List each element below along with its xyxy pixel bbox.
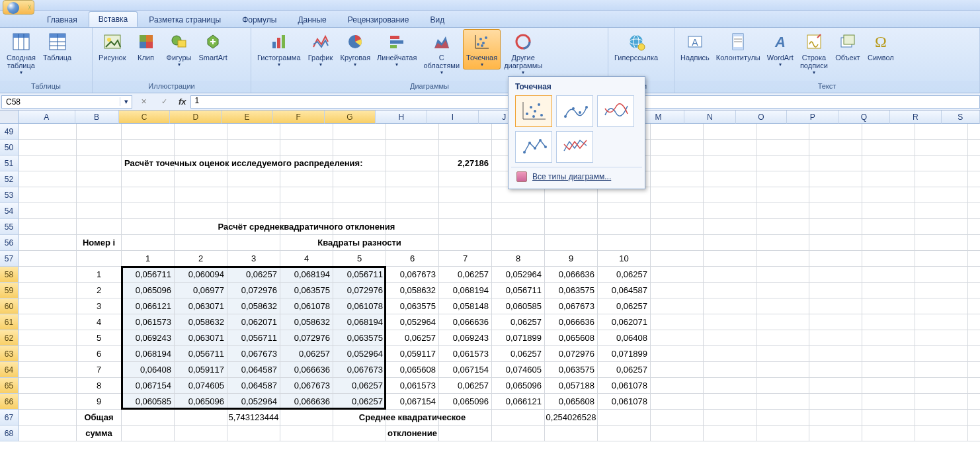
cell[interactable] <box>122 187 175 203</box>
cell[interactable] <box>19 378 77 394</box>
cell[interactable] <box>280 426 333 441</box>
cell[interactable]: 3 <box>227 251 280 267</box>
cell[interactable] <box>862 219 915 235</box>
cell[interactable] <box>862 251 915 267</box>
picture-button[interactable]: Рисунок <box>95 29 130 64</box>
cell[interactable] <box>227 140 280 156</box>
cell[interactable] <box>862 267 915 283</box>
cell[interactable] <box>598 235 651 251</box>
cell[interactable] <box>704 171 756 187</box>
cell[interactable] <box>77 171 122 187</box>
worksheet-grid[interactable]: ABCDEFGHIJKLMNOPQRS 49505152535455565758… <box>0 111 980 454</box>
line-chart-button[interactable]: График <box>304 29 337 69</box>
cell[interactable]: 1 <box>77 267 122 283</box>
other-charts-button[interactable]: Другие диаграммы <box>501 29 546 77</box>
scatter-smooth-lines[interactable] <box>597 95 634 127</box>
cell[interactable]: 0,052964 <box>333 346 386 362</box>
cell[interactable] <box>175 410 227 426</box>
cell[interactable]: Общая <box>77 410 122 426</box>
cell[interactable] <box>227 171 280 187</box>
cell[interactable] <box>862 156 915 171</box>
cell[interactable]: 0,061078 <box>280 298 333 314</box>
cell[interactable] <box>704 203 756 219</box>
cell[interactable] <box>333 124 386 140</box>
column-header-O[interactable]: O <box>736 111 788 124</box>
row-header-52[interactable]: 52 <box>0 171 19 187</box>
row-header-61[interactable]: 61 <box>0 314 19 330</box>
cell[interactable]: 0,254026528 <box>545 410 598 426</box>
cell[interactable] <box>809 251 862 267</box>
tab-review[interactable]: Рецензирование <box>338 12 419 27</box>
cell[interactable] <box>386 203 439 219</box>
cell[interactable] <box>809 346 862 362</box>
cell[interactable] <box>809 362 862 378</box>
cell[interactable] <box>19 140 77 156</box>
cell[interactable]: 0,064587 <box>227 378 280 394</box>
smartart-button[interactable]: SmartArt <box>196 29 231 64</box>
cell[interactable] <box>386 156 439 171</box>
cell[interactable]: 0,06257 <box>280 346 333 362</box>
cell[interactable] <box>809 330 862 346</box>
cell[interactable] <box>19 330 77 346</box>
cell[interactable] <box>915 140 968 156</box>
cell[interactable] <box>968 410 980 426</box>
cell[interactable] <box>968 171 980 187</box>
cell[interactable] <box>175 124 227 140</box>
cell[interactable]: 0,067673 <box>280 378 333 394</box>
scatter-markers-only[interactable] <box>515 95 552 127</box>
cell[interactable] <box>439 219 492 235</box>
cell[interactable] <box>704 124 756 140</box>
row-header-66[interactable]: 66 <box>0 394 19 410</box>
row-header-63[interactable]: 63 <box>0 346 19 362</box>
cell[interactable] <box>386 124 439 140</box>
cell[interactable] <box>651 267 704 283</box>
cell[interactable]: 0,066636 <box>280 394 333 410</box>
cell[interactable] <box>756 330 809 346</box>
cell[interactable]: 0,066121 <box>122 298 175 314</box>
cell[interactable] <box>968 330 980 346</box>
cell[interactable] <box>756 203 809 219</box>
cell[interactable] <box>704 140 756 156</box>
cell[interactable] <box>809 394 862 410</box>
cell[interactable] <box>704 394 756 410</box>
row-header-55[interactable]: 55 <box>0 219 19 235</box>
fx-icon[interactable]: fx <box>175 97 190 107</box>
cell[interactable]: 8 <box>77 378 122 394</box>
cell[interactable] <box>862 394 915 410</box>
cell[interactable] <box>227 124 280 140</box>
cell[interactable] <box>862 140 915 156</box>
cell[interactable] <box>809 378 862 394</box>
row-header-53[interactable]: 53 <box>0 187 19 203</box>
object-button[interactable]: Объект <box>831 29 864 64</box>
cell[interactable]: 0,067154 <box>386 394 439 410</box>
cell[interactable]: Квадраты разности <box>333 235 386 251</box>
cell[interactable] <box>175 426 227 441</box>
cell[interactable] <box>862 426 915 441</box>
cell[interactable] <box>77 187 122 203</box>
cell[interactable] <box>19 410 77 426</box>
cell[interactable] <box>175 235 227 251</box>
cell[interactable] <box>598 410 651 426</box>
row-header-67[interactable]: 67 <box>0 410 19 426</box>
cell[interactable] <box>122 426 175 441</box>
cell[interactable] <box>77 156 122 171</box>
cell[interactable]: 0,066636 <box>439 314 492 330</box>
cell[interactable] <box>545 187 598 203</box>
cell[interactable] <box>19 203 77 219</box>
cell[interactable] <box>122 203 175 219</box>
cell[interactable] <box>704 314 756 330</box>
cell[interactable] <box>280 124 333 140</box>
cell[interactable]: 0,06257 <box>439 378 492 394</box>
cell[interactable] <box>809 426 862 441</box>
cell[interactable] <box>862 171 915 187</box>
cell[interactable] <box>809 267 862 283</box>
cell[interactable]: 0,052964 <box>386 314 439 330</box>
scatter-straight-lines[interactable] <box>556 131 593 163</box>
cell[interactable] <box>19 298 77 314</box>
cell[interactable] <box>915 410 968 426</box>
cell[interactable] <box>651 156 704 171</box>
tab-home[interactable]: Главная <box>37 12 87 27</box>
cell[interactable] <box>651 330 704 346</box>
cell[interactable] <box>651 219 704 235</box>
cell[interactable] <box>386 171 439 187</box>
